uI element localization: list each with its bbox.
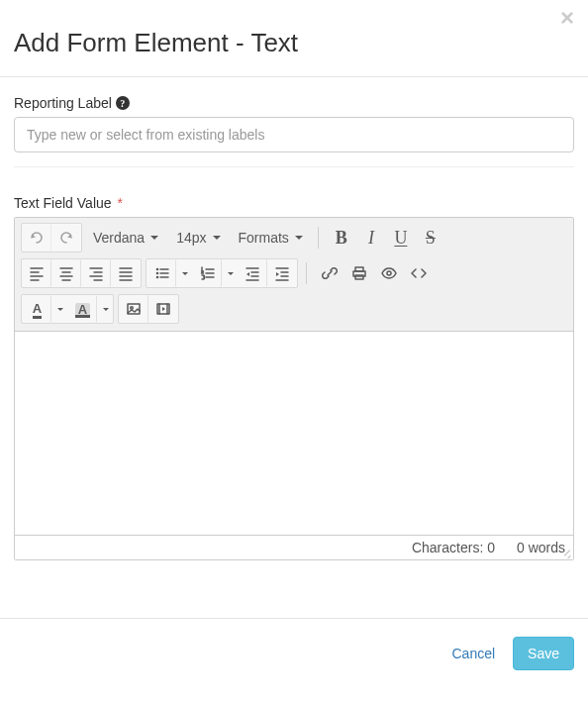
chevron-down-icon xyxy=(295,236,303,240)
save-button[interactable]: Save xyxy=(513,637,574,670)
link-icon xyxy=(322,265,338,281)
preview-button[interactable] xyxy=(374,258,404,288)
chevron-down-icon xyxy=(228,272,234,275)
underline-button[interactable]: U xyxy=(386,223,416,252)
editor-statusbar: Characters: 0 0 words xyxy=(15,535,573,559)
modal-title: Add Form Element - Text xyxy=(14,28,574,58)
numbered-list-dropdown[interactable] xyxy=(222,259,238,287)
bold-button[interactable]: B xyxy=(327,223,356,252)
align-justify-icon xyxy=(118,265,134,281)
toolbar-divider xyxy=(318,227,319,249)
svg-marker-34 xyxy=(276,272,279,276)
svg-point-38 xyxy=(387,271,391,275)
toolbar-divider xyxy=(306,262,307,284)
chevron-down-icon xyxy=(213,236,221,240)
text-color-dropdown[interactable] xyxy=(51,295,67,323)
outdent-icon xyxy=(245,265,260,281)
words-counter: 0 words xyxy=(517,540,565,555)
indent-button[interactable] xyxy=(267,259,297,287)
link-button[interactable] xyxy=(315,258,344,288)
svg-point-17 xyxy=(155,272,158,275)
font-size-value: 14px xyxy=(176,230,206,246)
editor-content-area[interactable] xyxy=(15,332,573,535)
chevron-down-icon xyxy=(150,236,158,240)
background-color-button[interactable]: A xyxy=(67,295,97,323)
align-justify-button[interactable] xyxy=(111,259,141,287)
help-icon[interactable]: ? xyxy=(116,96,130,110)
required-marker: * xyxy=(118,195,123,211)
undo-icon xyxy=(29,230,45,246)
rich-text-editor: Verdana 14px Formats B I xyxy=(14,217,574,560)
align-center-icon xyxy=(58,265,74,281)
svg-marker-44 xyxy=(162,307,165,311)
indent-icon xyxy=(274,265,290,281)
chevron-down-icon xyxy=(57,308,63,311)
numbered-list-icon xyxy=(200,265,216,281)
redo-button[interactable] xyxy=(51,224,81,251)
bullet-list-dropdown[interactable] xyxy=(176,259,192,287)
reporting-label-input[interactable] xyxy=(14,117,574,152)
underline-icon: U xyxy=(394,229,407,247)
close-icon[interactable]: × xyxy=(560,6,574,30)
text-field-value-label: Text Field Value xyxy=(14,195,112,211)
svg-marker-29 xyxy=(246,272,249,276)
characters-counter: Characters: 0 xyxy=(412,540,495,555)
text-color-icon: A xyxy=(33,302,42,317)
resize-handle[interactable] xyxy=(561,548,571,557)
divider xyxy=(14,166,574,167)
code-icon xyxy=(411,265,427,281)
font-size-dropdown[interactable]: 14px xyxy=(167,223,229,252)
reporting-label-text: Reporting Label xyxy=(14,95,112,111)
bullet-list-button[interactable] xyxy=(147,259,176,287)
insert-image-button[interactable] xyxy=(119,295,148,323)
redo-icon xyxy=(58,230,74,246)
print-button[interactable] xyxy=(344,258,374,288)
strikethrough-icon: S xyxy=(426,229,436,247)
strikethrough-button[interactable]: S xyxy=(416,223,445,252)
text-color-button[interactable]: A xyxy=(22,295,51,323)
svg-point-40 xyxy=(130,307,133,310)
font-family-dropdown[interactable]: Verdana xyxy=(84,223,167,252)
svg-point-16 xyxy=(155,268,158,271)
bold-icon: B xyxy=(336,229,347,247)
svg-rect-37 xyxy=(355,275,363,279)
outdent-button[interactable] xyxy=(238,259,267,287)
svg-point-18 xyxy=(155,276,158,279)
editor-toolbar: Verdana 14px Formats B I xyxy=(15,218,573,332)
italic-icon: I xyxy=(368,229,374,247)
align-right-icon xyxy=(88,265,104,281)
numbered-list-button[interactable] xyxy=(192,259,222,287)
bullet-list-icon xyxy=(154,265,170,281)
align-left-button[interactable] xyxy=(22,259,51,287)
formats-label: Formats xyxy=(239,230,289,246)
code-button[interactable] xyxy=(404,258,434,288)
media-icon xyxy=(155,301,171,317)
font-family-value: Verdana xyxy=(93,230,145,246)
align-right-button[interactable] xyxy=(81,259,111,287)
background-color-icon: A xyxy=(75,303,90,316)
image-icon xyxy=(126,301,142,317)
chevron-down-icon xyxy=(182,272,188,275)
background-color-dropdown[interactable] xyxy=(97,295,113,323)
align-left-icon xyxy=(29,265,45,281)
chevron-down-icon xyxy=(103,308,109,311)
cancel-button[interactable]: Cancel xyxy=(451,646,495,661)
print-icon xyxy=(351,265,367,281)
eye-icon xyxy=(381,265,397,281)
insert-media-button[interactable] xyxy=(148,295,178,323)
formats-dropdown[interactable]: Formats xyxy=(230,223,312,252)
undo-button[interactable] xyxy=(22,224,51,251)
italic-button[interactable]: I xyxy=(356,223,386,252)
align-center-button[interactable] xyxy=(51,259,81,287)
